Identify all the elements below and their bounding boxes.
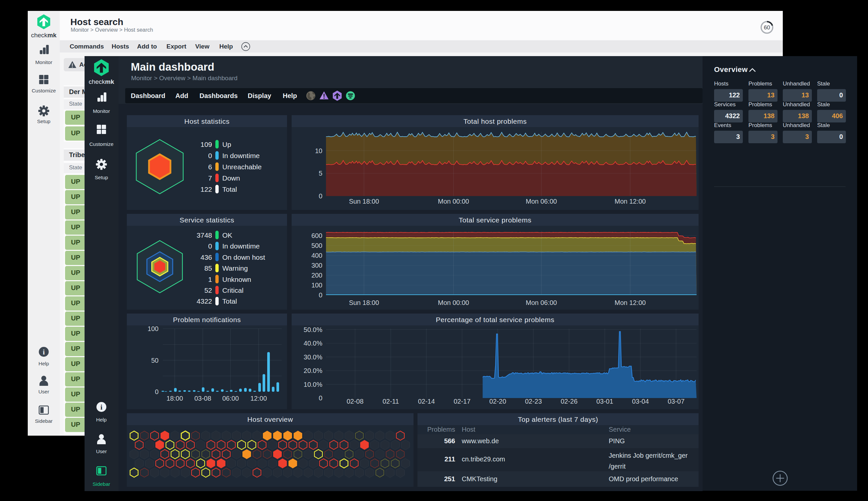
svg-text:Total: Total: [222, 185, 237, 193]
svg-text:Total: Total: [222, 297, 237, 305]
svg-text:Up: Up: [222, 141, 231, 148]
svg-text:Setup: Setup: [37, 118, 51, 124]
svg-text:User: User: [38, 389, 49, 394]
svg-text:Mon 06:00: Mon 06:00: [526, 198, 557, 205]
svg-text:Mon 12:00: Mon 12:00: [615, 299, 646, 306]
svg-text:Critical: Critical: [222, 287, 243, 294]
svg-text:Down: Down: [222, 174, 240, 182]
svg-text:100: 100: [148, 326, 158, 332]
svg-text:03-08: 03-08: [194, 395, 211, 402]
svg-text:Unreachable: Unreachable: [222, 163, 262, 171]
svg-text:Help: Help: [39, 361, 49, 366]
svg-text:600: 600: [312, 232, 322, 239]
svg-text:02-14: 02-14: [418, 398, 435, 405]
svg-text:02-23: 02-23: [525, 398, 542, 405]
svg-text:0: 0: [319, 394, 322, 402]
svg-text:Sun 18:00: Sun 18:00: [349, 198, 379, 205]
svg-text:200: 200: [312, 271, 322, 279]
svg-text:0: 0: [208, 152, 212, 159]
svg-text:0: 0: [208, 242, 212, 250]
svg-text:40.0%: 40.0%: [304, 340, 322, 347]
svg-text:109: 109: [200, 141, 212, 148]
svg-text:6: 6: [208, 163, 212, 171]
svg-text:50: 50: [151, 357, 158, 364]
svg-text:Warning: Warning: [222, 264, 248, 272]
svg-text:Monitor: Monitor: [93, 108, 110, 114]
svg-text:20.0%: 20.0%: [304, 367, 322, 374]
svg-text:10.0%: 10.0%: [304, 381, 322, 388]
svg-text:In downtime: In downtime: [222, 242, 260, 250]
svg-text:02-11: 02-11: [383, 398, 399, 405]
svg-text:1: 1: [208, 276, 212, 283]
svg-text:Unknown: Unknown: [222, 276, 251, 283]
svg-text:03-01: 03-01: [596, 398, 613, 405]
svg-text:Monitor: Monitor: [35, 60, 53, 65]
svg-text:18:00: 18:00: [166, 395, 183, 402]
svg-text:0: 0: [155, 388, 158, 395]
svg-text:122: 122: [200, 185, 212, 193]
svg-text:400: 400: [312, 252, 322, 259]
svg-text:checkmk: checkmk: [88, 78, 114, 85]
svg-text:436: 436: [200, 254, 212, 261]
svg-text:On down host: On down host: [222, 254, 265, 261]
svg-text:5: 5: [319, 170, 322, 177]
svg-text:i: i: [43, 348, 45, 356]
svg-text:0: 0: [319, 192, 322, 200]
svg-text:4322: 4322: [197, 297, 212, 305]
svg-text:Mon 00:00: Mon 00:00: [438, 299, 469, 306]
svg-text:Mon 12:00: Mon 12:00: [615, 198, 646, 205]
svg-text:i: i: [101, 403, 102, 411]
svg-text:300: 300: [312, 262, 322, 269]
svg-text:In downtime: In downtime: [222, 152, 260, 159]
svg-text:100: 100: [312, 281, 322, 289]
svg-text:Sun 18:00: Sun 18:00: [349, 299, 379, 306]
svg-text:02-26: 02-26: [561, 398, 577, 405]
svg-text:10: 10: [315, 147, 322, 154]
svg-text:7: 7: [208, 174, 212, 182]
svg-text:Customize: Customize: [89, 141, 113, 147]
svg-text:12:00: 12:00: [250, 395, 267, 402]
svg-text:Customize: Customize: [32, 88, 56, 93]
svg-text:03-04: 03-04: [632, 398, 649, 405]
svg-text:50.0%: 50.0%: [304, 326, 322, 333]
svg-text:85: 85: [205, 264, 212, 272]
svg-text:3748: 3748: [197, 231, 212, 239]
svg-text:0: 0: [319, 291, 322, 299]
svg-text:03-07: 03-07: [668, 398, 684, 405]
svg-text:02-17: 02-17: [453, 398, 470, 405]
svg-text:Sidebar: Sidebar: [35, 418, 53, 424]
svg-text:Sidebar: Sidebar: [93, 481, 110, 487]
svg-text:checkmk: checkmk: [31, 32, 57, 39]
svg-text:02-08: 02-08: [346, 398, 363, 405]
svg-text:06:00: 06:00: [222, 395, 239, 402]
svg-text:User: User: [96, 448, 107, 454]
svg-text:52: 52: [205, 287, 212, 294]
svg-text:Mon 00:00: Mon 00:00: [438, 198, 469, 205]
svg-text:500: 500: [312, 242, 322, 249]
svg-text:Help: Help: [96, 417, 107, 423]
svg-text:60: 60: [764, 24, 770, 31]
svg-text:Mon 06:00: Mon 06:00: [526, 299, 557, 306]
svg-text:Setup: Setup: [95, 174, 108, 180]
svg-text:30.0%: 30.0%: [304, 353, 322, 361]
svg-text:OK: OK: [222, 231, 232, 239]
svg-text:02-20: 02-20: [489, 398, 506, 405]
